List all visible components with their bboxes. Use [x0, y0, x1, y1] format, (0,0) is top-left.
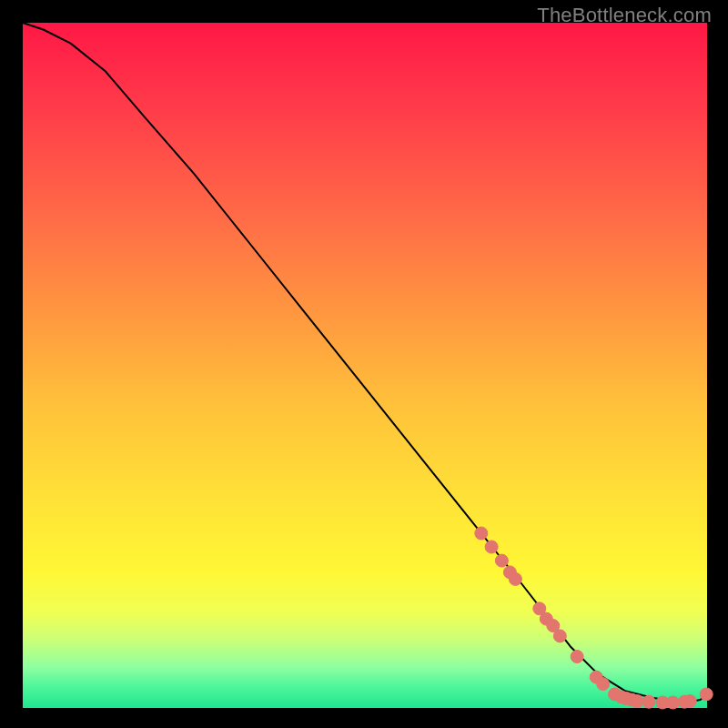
data-point	[700, 688, 713, 701]
watermark-text: TheBottleneck.com	[537, 4, 712, 27]
data-point	[683, 695, 696, 708]
data-point	[642, 695, 655, 708]
data-point	[495, 554, 508, 567]
data-point	[553, 630, 566, 642]
data-point	[666, 696, 679, 709]
plot-overlay	[23, 23, 707, 708]
data-point	[597, 678, 610, 691]
chart-stage: TheBottleneck.com	[0, 0, 728, 728]
data-point	[475, 527, 488, 540]
data-point	[631, 695, 643, 708]
data-point	[485, 541, 498, 553]
data-point	[571, 651, 583, 663]
bottleneck-curve	[23, 23, 707, 703]
data-points-group	[475, 527, 713, 709]
data-point	[509, 572, 521, 585]
